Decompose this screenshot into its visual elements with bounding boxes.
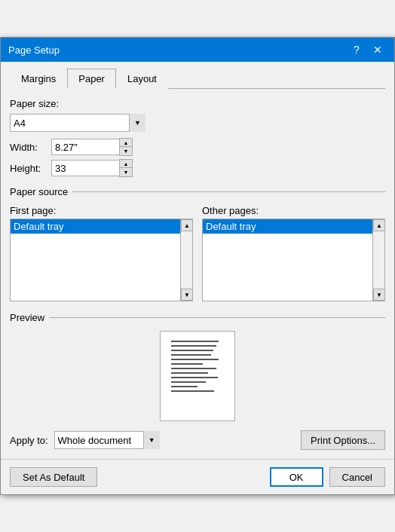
paper-source-label: Paper source (10, 186, 72, 197)
preview-line (171, 372, 208, 374)
apply-to-select[interactable]: Whole document This section This point f… (54, 431, 160, 449)
preview-divider: Preview (10, 312, 385, 323)
help-button[interactable]: ? (348, 41, 366, 59)
paper-size-select[interactable]: A4 Letter Legal A3 A5 (10, 114, 145, 132)
paper-source-divider: Paper source (10, 186, 385, 197)
paper-size-section: Paper size: A4 Letter Legal A3 A5 ▼ (10, 98, 385, 132)
width-spinner: ▲ ▼ (51, 138, 133, 156)
tab-bar: Margins Paper Layout (10, 68, 385, 89)
preview-line (171, 381, 206, 383)
first-page-scrollbar: ▲ ▼ (180, 219, 192, 301)
close-button[interactable]: ✕ (369, 41, 387, 59)
height-label: Height: (10, 163, 51, 174)
preview-line (171, 341, 219, 342)
preview-label: Preview (10, 312, 49, 323)
height-increment-button[interactable]: ▲ (120, 160, 132, 168)
width-spinner-buttons: ▲ ▼ (119, 138, 133, 156)
preview-line (171, 390, 214, 392)
height-spinner: ▲ ▼ (51, 159, 133, 177)
preview-lines (161, 332, 234, 401)
preview-line (171, 386, 198, 387)
preview-box (160, 331, 235, 421)
apply-select-container: Whole document This section This point f… (54, 431, 160, 449)
width-label: Width: (10, 142, 51, 153)
first-page-col: First page: Default tray ▲ ▼ (10, 205, 193, 301)
apply-to-label: Apply to: (10, 435, 48, 446)
preview-line (171, 350, 213, 351)
tab-layout[interactable]: Layout (116, 69, 168, 89)
width-decrement-button[interactable]: ▼ (120, 147, 132, 155)
first-page-scroll-up[interactable]: ▲ (181, 219, 193, 231)
other-pages-item-default[interactable]: Default tray (203, 219, 384, 234)
button-row: Set As Default OK Cancel (1, 459, 394, 494)
preview-line (171, 359, 219, 360)
apply-row: Apply to: Whole document This section Th… (10, 430, 385, 450)
set-default-button[interactable]: Set As Default (10, 467, 97, 487)
other-pages-scrollbar: ▲ ▼ (372, 219, 384, 301)
paper-size-label: Paper size: (10, 98, 385, 109)
width-row: Width: ▲ ▼ (10, 138, 385, 156)
other-pages-scroll-down[interactable]: ▼ (373, 289, 385, 301)
preview-line (171, 345, 216, 347)
first-page-item-default[interactable]: Default tray (11, 219, 192, 234)
first-page-scroll-down[interactable]: ▼ (181, 289, 193, 301)
height-row: Height: ▲ ▼ (10, 159, 385, 177)
other-pages-col: Other pages: Default tray ▲ ▼ (202, 205, 385, 301)
width-increment-button[interactable]: ▲ (120, 139, 132, 147)
preview-line (171, 363, 203, 365)
tab-margins[interactable]: Margins (10, 69, 67, 89)
width-input[interactable] (51, 139, 119, 155)
other-pages-label: Other pages: (202, 205, 385, 216)
dialog-body: Margins Paper Layout Paper size: A4 Lett… (1, 62, 394, 459)
other-pages-listbox[interactable]: Default tray ▲ ▼ (202, 219, 385, 301)
print-options-button[interactable]: Print Options... (301, 430, 385, 450)
other-pages-scroll-up[interactable]: ▲ (373, 219, 385, 231)
preview-line (171, 368, 216, 369)
height-spinner-buttons: ▲ ▼ (119, 159, 133, 177)
preview-section: Preview (10, 312, 385, 421)
dialog-title: Page Setup (8, 44, 60, 56)
ok-cancel-group: OK Cancel (270, 467, 385, 487)
preview-line (171, 377, 218, 378)
tab-paper[interactable]: Paper (67, 69, 116, 89)
ok-button[interactable]: OK (270, 467, 323, 487)
height-decrement-button[interactable]: ▼ (120, 168, 132, 176)
first-page-label: First page: (10, 205, 193, 216)
first-page-listbox[interactable]: Default tray ▲ ▼ (10, 219, 193, 301)
page-setup-dialog: Page Setup ? ✕ Margins Paper Layout Pape… (0, 37, 395, 495)
title-bar: Page Setup ? ✕ (1, 38, 394, 62)
title-bar-controls: ? ✕ (348, 41, 387, 59)
cancel-button[interactable]: Cancel (329, 467, 385, 487)
preview-line (171, 354, 211, 356)
height-input[interactable] (51, 160, 119, 176)
paper-source-row: First page: Default tray ▲ ▼ Other pages… (10, 205, 385, 301)
paper-size-select-container: A4 Letter Legal A3 A5 ▼ (10, 114, 145, 132)
